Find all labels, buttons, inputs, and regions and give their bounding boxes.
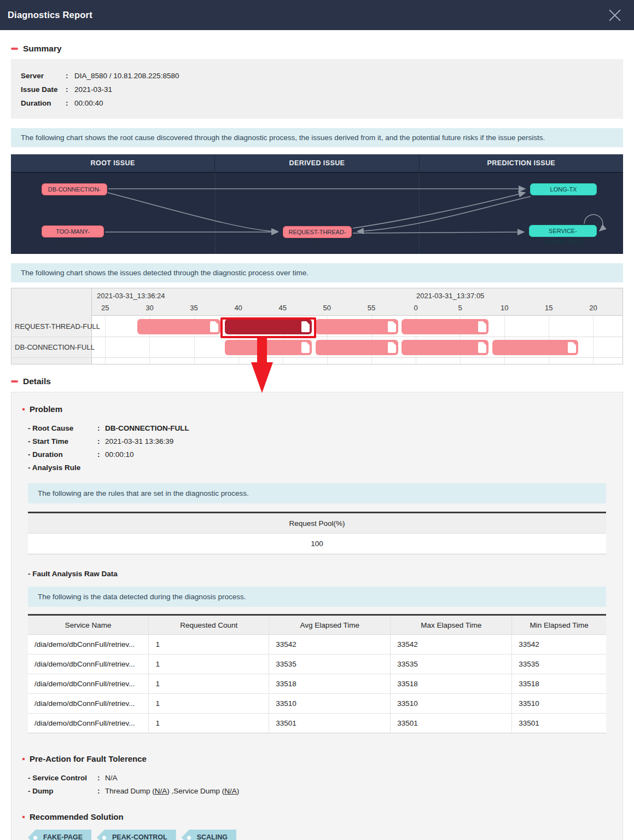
problem-row-root-cause: - Root Cause : DB-CONNECTION-FULL xyxy=(28,422,617,435)
timeline-bar[interactable] xyxy=(316,319,398,334)
colon: : xyxy=(97,785,105,798)
dialog-title: Diagnostics Report xyxy=(8,10,92,20)
node-db-connection-full[interactable]: DB-CONNECTION-FULL xyxy=(42,183,107,195)
recommended-solution-title: Recommended Solution xyxy=(30,812,124,821)
fault-raw-data-title: - Fault Analysis Raw Data xyxy=(28,570,617,578)
service-control-value: N/A xyxy=(105,772,118,785)
analysis-rule-table: Request Pool(%) 100 xyxy=(28,512,606,554)
service-dump-na-link[interactable]: N/A xyxy=(224,787,237,795)
axis-tick-label: 35 xyxy=(183,304,205,312)
gridline xyxy=(593,316,594,364)
fault-table-cell: 1 xyxy=(149,674,269,694)
server-value: DIA_8580 / 10.81.208.225:8580 xyxy=(74,69,179,83)
table-row: /dia/demo/dbConnFull/retriev...133501335… xyxy=(28,714,606,733)
node-too-many-request[interactable]: TOO-MANY-REQUEST xyxy=(42,225,104,237)
dump-text: ) xyxy=(237,787,240,795)
gridline xyxy=(105,316,106,364)
axis-timestamp-label: 2021-03-31_13:37:05 xyxy=(416,292,484,300)
axis-tick-label: 20 xyxy=(582,304,604,312)
issue-flow-columns: ROOT ISSUE DERIVED ISSUE PREDICTION ISSU… xyxy=(11,154,623,173)
timeline-bar[interactable] xyxy=(402,340,488,355)
fault-table-cell: 33510 xyxy=(269,694,391,714)
problem-row-start-time: - Start Time : 2021-03-31 13:36:39 xyxy=(28,435,617,448)
timeline-bar[interactable] xyxy=(402,319,488,334)
solution-tag-peak-control[interactable]: PEAK-CONTROL xyxy=(97,830,176,840)
bullet-icon xyxy=(22,816,25,818)
summary-row-issue-date: Issue Date : 2021-03-31 xyxy=(21,83,613,96)
document-icon xyxy=(478,321,486,332)
solution-tag-scaling[interactable]: SCALING xyxy=(182,830,236,840)
fault-table-header-cell: Max Elapsed Time xyxy=(391,615,512,635)
dump-value: Thread Dump (N/A) ,Service Dump (N/A) xyxy=(105,785,239,798)
timeline-row-label: REQUEST-THREAD-FULL xyxy=(15,322,100,331)
dialog-content: Summary Server : DIA_8580 / 10.81.208.22… xyxy=(0,44,634,840)
issue-date-label: Issue Date xyxy=(21,83,66,96)
node-request-thread-full[interactable]: REQUEST-THREAD-FULL xyxy=(283,226,352,238)
fault-table-cell: 33501 xyxy=(391,714,512,733)
solution-tag-fake-page[interactable]: FAKE-PAGE xyxy=(28,830,91,840)
axis-timestamp-label: 2021-03-31_13:36:24 xyxy=(97,292,165,300)
fault-table-cell: 33542 xyxy=(269,635,391,654)
dump-text: ) ,Service Dump ( xyxy=(167,787,224,795)
timeline-bar[interactable] xyxy=(316,340,398,355)
fault-table-cell: 1 xyxy=(149,714,269,733)
summary-row-duration: Duration : 00:00:40 xyxy=(21,96,613,110)
summary-box: Server : DIA_8580 / 10.81.208.225:8580 I… xyxy=(11,59,623,119)
fault-raw-data-banner: The following is the data detected durin… xyxy=(28,587,606,607)
document-icon xyxy=(210,321,218,332)
problem-row-analysis-rule: - Analysis Rule xyxy=(28,461,617,474)
details-section-heading: Details xyxy=(11,376,623,386)
problem-heading: Problem xyxy=(22,404,617,414)
table-row: /dia/demo/dbConnFull/retriev...133510335… xyxy=(28,694,606,714)
fault-table-cell: /dia/demo/dbConnFull/retriev... xyxy=(28,694,149,714)
root-cause-value: DB-CONNECTION-FULL xyxy=(105,422,189,435)
summary-title: Summary xyxy=(23,44,62,54)
timeline-bar[interactable] xyxy=(137,319,220,334)
rule-table-value: 100 xyxy=(28,534,606,554)
axis-tick-label: 25 xyxy=(94,304,116,312)
fault-table-cell: 33501 xyxy=(512,714,606,733)
axis-tick-label: 30 xyxy=(138,304,160,312)
fault-table-cell: 33542 xyxy=(391,635,512,654)
colon: : xyxy=(66,69,74,83)
column-root-issue: ROOT ISSUE xyxy=(11,154,214,172)
fault-table-cell: 33510 xyxy=(391,694,512,714)
solution-tags: FAKE-PAGEPEAK-CONTROLSCALING xyxy=(28,830,617,840)
problem-row-duration: - Duration : 00:00:10 xyxy=(28,448,617,461)
timeline-row-labels: REQUEST-THREAD-FULLDB-CONNECTION-FULL xyxy=(11,288,92,364)
timeline-bar[interactable] xyxy=(492,340,578,355)
diagnostics-report-dialog: Diagnostics Report Summary Server : DIA_… xyxy=(0,0,634,840)
summary-section-heading: Summary xyxy=(11,44,623,54)
axis-tick-label: 10 xyxy=(493,304,515,312)
axis-tick-label: 45 xyxy=(272,304,294,312)
recommended-solution-heading: Recommended Solution xyxy=(22,812,617,821)
fault-table-header-cell: Min Elapsed Time xyxy=(512,615,606,635)
bullet-icon xyxy=(22,758,25,760)
node-service-unavailable[interactable]: SERVICE-UNAVAILABLE xyxy=(529,225,597,237)
column-divider xyxy=(215,173,216,254)
colon: : xyxy=(66,96,74,110)
root-cause-label: - Root Cause xyxy=(28,422,97,435)
fault-table-cell: 33510 xyxy=(512,694,606,714)
thread-dump-na-link[interactable]: N/A xyxy=(155,787,167,795)
node-long-tx[interactable]: LONG-TX xyxy=(530,183,597,195)
pre-action-title: Pre-Action for Fault Tolerence xyxy=(30,754,147,763)
duration-label: Duration xyxy=(21,96,66,110)
colon: : xyxy=(97,448,105,461)
close-icon[interactable] xyxy=(608,8,622,22)
duration-value: 00:00:40 xyxy=(74,96,103,110)
issue-flow-banner: The following chart shows the root cause… xyxy=(11,128,623,147)
timeline-grid: 25303540455055051015202021-03-31_13:36:2… xyxy=(92,288,623,364)
colon: : xyxy=(97,422,105,435)
bullet-icon xyxy=(22,408,25,410)
axis-tick-label: 0 xyxy=(405,304,427,312)
fault-raw-data-table: Service NameRequested CountAvg Elapsed T… xyxy=(28,614,606,733)
timeline-bar[interactable] xyxy=(225,340,312,355)
analysis-rule-label: - Analysis Rule xyxy=(28,461,97,474)
service-control-label: - Service Control xyxy=(28,772,97,785)
start-time-label: - Start Time xyxy=(28,435,97,448)
fault-table-cell: 1 xyxy=(149,654,269,674)
issue-date-value: 2021-03-31 xyxy=(74,83,112,96)
fault-table-cell: 33518 xyxy=(391,674,512,694)
table-row: /dia/demo/dbConnFull/retriev...133542335… xyxy=(28,635,606,654)
